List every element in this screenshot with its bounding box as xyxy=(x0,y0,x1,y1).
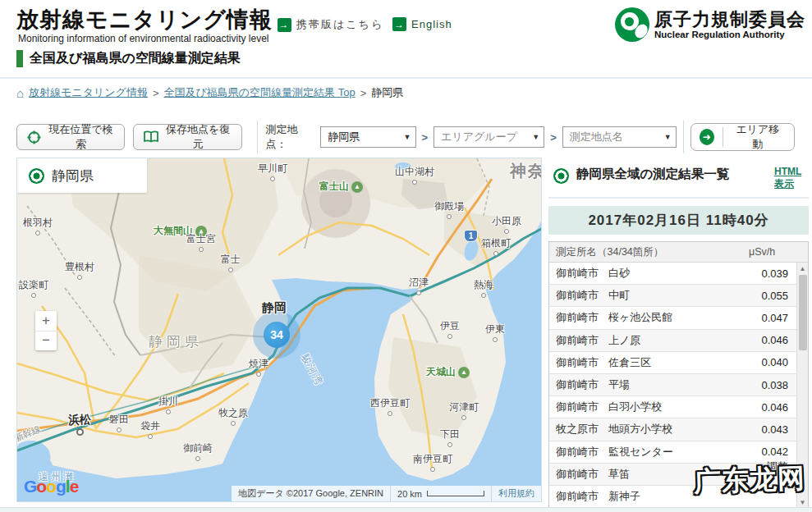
row-city: 御前崎市 xyxy=(549,266,608,281)
station-cluster-marker[interactable]: 34 xyxy=(264,322,290,348)
toolbar-divider xyxy=(683,121,684,153)
table-row[interactable]: 御前崎市中町0.055 xyxy=(549,285,796,307)
row-site: 上ノ原 xyxy=(608,333,749,348)
map-label: 袋井 xyxy=(140,419,160,439)
mountain-icon: ▲ xyxy=(351,181,363,193)
button-divider xyxy=(723,127,723,147)
table-row[interactable]: 御前崎市白砂0.039 xyxy=(549,263,796,285)
mobile-version-link[interactable]: → 携帯版はこちら xyxy=(278,17,383,32)
row-value: 0.046 xyxy=(749,334,796,346)
mobile-version-label: 携帯版はこちら xyxy=(296,17,383,32)
map-label: 箱根町 xyxy=(481,236,511,256)
measurement-datetime: 2017年02月16日 11時40分 xyxy=(548,206,809,235)
map-label: 牧之原 xyxy=(218,406,248,426)
table-row[interactable]: 御前崎市桜ヶ池公民館0.047 xyxy=(549,307,796,329)
row-city: 御前崎市 xyxy=(549,400,608,414)
toolbar: 現在位置で検索 保存地点を復元 測定地点： 静岡県 ▼ > エリアグループ ▼ … xyxy=(16,121,795,153)
table-row[interactable]: 御前崎市上ノ原0.046 xyxy=(549,330,796,352)
breadcrumb-home-link[interactable]: 放射線モニタリング情報 xyxy=(29,85,148,100)
chevron-down-icon: ▼ xyxy=(532,133,539,141)
map-label: 山中湖村 xyxy=(395,165,434,185)
toolbar-divider xyxy=(257,121,258,153)
row-city: 御前崎市 xyxy=(549,467,608,482)
chevron-down-icon: ▼ xyxy=(664,133,672,141)
site-title: 放射線モニタリング情報 xyxy=(16,5,273,34)
table-row[interactable]: 御前崎市平場0.038 xyxy=(549,374,796,396)
map-label: 河津町 xyxy=(449,400,479,420)
search-current-location-button[interactable]: 現在位置で検索 xyxy=(16,124,125,150)
map-title-overlay: 静岡県 xyxy=(17,158,147,193)
map-label: 熱海 xyxy=(474,278,493,298)
english-link[interactable]: → English xyxy=(392,17,452,31)
row-city: 御前崎市 xyxy=(549,288,608,303)
map-label: 南伊豆町 xyxy=(413,452,452,472)
table-row[interactable]: 牧之原市地頭方小学校0.043 xyxy=(549,418,796,441)
footer-divider xyxy=(0,507,812,512)
row-site: 白砂 xyxy=(608,266,749,281)
map-label: 富士山▲ xyxy=(319,180,363,194)
map-label: 豊根村 xyxy=(65,260,94,280)
site-subtitle: Monitoring information of environmental … xyxy=(18,33,268,44)
map-label: 静岡県 xyxy=(149,332,203,351)
row-city: 御前崎市 xyxy=(549,377,608,392)
section-header: 全国及び福島県の空間線量測定結果 xyxy=(16,50,241,67)
breadcrumb-top-link[interactable]: 全国及び福島県の空間線量測定結果 Top xyxy=(163,85,355,100)
map-zoom-control: + − xyxy=(35,311,57,350)
row-city: 御前崎市 xyxy=(549,445,608,459)
row-city: 御前崎市 xyxy=(549,333,608,348)
prefecture-select[interactable]: 静岡県 ▼ xyxy=(320,126,415,148)
breadcrumb-separator: > xyxy=(360,87,367,99)
html-view-link[interactable]: HTML 表示 xyxy=(774,166,807,190)
zoom-in-button[interactable]: + xyxy=(35,311,57,331)
map-label: 沼津 xyxy=(409,276,429,295)
map-label: 御殿場 xyxy=(434,199,464,219)
zoom-out-button[interactable]: − xyxy=(35,331,57,351)
map-scale-bar xyxy=(427,491,484,496)
select-separator: > xyxy=(422,131,429,144)
map-label: 浜松 xyxy=(68,413,91,436)
row-site: 白羽小学校 xyxy=(608,400,749,414)
row-site: 平場 xyxy=(608,377,749,392)
map[interactable]: 早川町山中湖村神奈富士山▲御殿場小田原根羽村大無間山▲富士宮箱根町豊根村富士設楽… xyxy=(16,158,542,502)
station-name-select[interactable]: 測定地点名 ▼ xyxy=(562,126,677,148)
row-city: 御前崎市 xyxy=(549,310,608,325)
chevron-down-icon: ▼ xyxy=(404,133,411,141)
scrollbar-thumb[interactable] xyxy=(799,275,807,350)
green-bar xyxy=(16,50,23,67)
section-title: 全国及び福島県の空間線量測定結果 xyxy=(30,50,241,67)
header-divider xyxy=(0,77,812,79)
row-value: 0.038 xyxy=(749,379,796,391)
row-value: 0.039 xyxy=(749,267,796,280)
map-label: 伊東 xyxy=(485,322,505,342)
area-move-button[interactable]: ➜ エリア移動 xyxy=(690,123,795,151)
map-label: 早川町 xyxy=(258,162,287,181)
row-value: 0.043 xyxy=(749,423,796,436)
green-donut-icon xyxy=(553,168,569,184)
map-label: 掛川 xyxy=(158,395,178,414)
scroll-down-icon[interactable]: ▼ xyxy=(800,496,806,508)
terms-of-use-link[interactable]: 利用規約 xyxy=(498,487,534,500)
prefecture-select-value: 静岡県 xyxy=(328,130,360,144)
area-group-select-value: エリアグループ xyxy=(441,130,517,144)
map-label: 磐田 xyxy=(109,413,129,432)
restore-saved-location-button[interactable]: 保存地点を復元 xyxy=(133,124,242,150)
station-column-header: 測定所名（34/34箇所） xyxy=(549,245,749,259)
restore-saved-location-label: 保存地点を復元 xyxy=(165,122,232,152)
map-title: 静岡県 xyxy=(52,167,94,185)
map-attribution-bar: 地図データ ©2017 Google, ZENRIN 20 km 利用規約 xyxy=(232,486,541,501)
home-icon[interactable]: ⌂ xyxy=(16,86,24,100)
row-value: 0.042 xyxy=(749,446,796,458)
row-city: 牧之原市 xyxy=(549,422,608,437)
route-shield-badge: 1 xyxy=(464,230,478,242)
circle-arrow-icon: ➜ xyxy=(700,129,714,145)
watermark: 广东龙网 xyxy=(693,460,805,501)
google-logo[interactable]: Google xyxy=(24,477,78,496)
scroll-up-icon[interactable]: ▲ xyxy=(800,263,806,274)
area-group-select[interactable]: エリアグループ ▼ xyxy=(434,126,544,148)
table-row[interactable]: 御前崎市白羽小学校0.046 xyxy=(549,396,796,418)
table-row[interactable]: 御前崎市佐倉三区0.040 xyxy=(549,352,796,374)
row-site: 中町 xyxy=(608,288,749,303)
map-scale-label: 20 km xyxy=(397,489,422,499)
cluster-label: 静岡 xyxy=(262,300,287,316)
map-label: 神奈 xyxy=(510,160,542,182)
